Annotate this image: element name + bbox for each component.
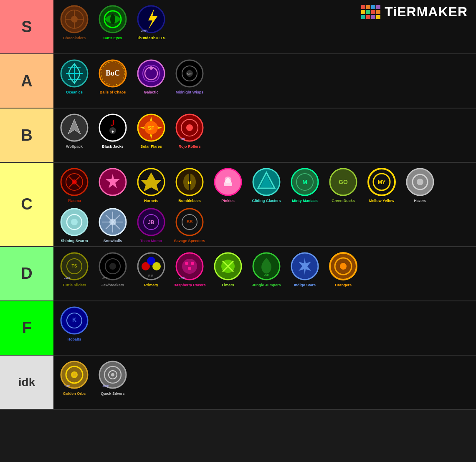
svg-text:GO: GO — [339, 179, 348, 185]
svg-point-7 — [110, 14, 115, 24]
team-logo-orangers — [327, 250, 360, 283]
team-logo-hazers — [404, 166, 436, 198]
tier-row-b: BWolfpackJ♠Black JacksSFSolar FlaresJMRR… — [0, 109, 476, 163]
svg-point-63 — [71, 219, 78, 225]
team-item-goldenorbs: GJMRGolden Orbs — [56, 358, 93, 396]
team-item-jawbreakers: JMRJawbreakers — [94, 250, 131, 288]
team-logo-shiningswarm — [58, 206, 91, 238]
team-item-raspberryracers: JMRRaspberry Racers — [171, 250, 208, 288]
tier-content-idk: GJMRGolden OrbsJMB!Quick Silvers — [53, 356, 476, 409]
svg-point-92 — [191, 262, 194, 265]
team-name-oceanics: Oceanics — [66, 91, 83, 95]
team-logo-wolfpack — [58, 111, 91, 144]
svg-text:BoC: BoC — [106, 69, 120, 77]
svg-text:R R: R R — [148, 274, 153, 277]
svg-text:TS: TS — [72, 264, 77, 268]
team-item-limers: Limers — [210, 250, 246, 288]
team-logo-rojorollers: JMR — [173, 111, 206, 144]
svg-point-91 — [185, 262, 188, 265]
team-logo-oceanics — [58, 57, 91, 90]
team-item-unknown1 — [94, 166, 131, 199]
tier-label-c: C — [0, 163, 53, 246]
svg-text:JB!: JB! — [264, 273, 269, 277]
svg-text:♠: ♠ — [111, 129, 114, 134]
team-name-wolfpack: Wolfpack — [66, 145, 83, 149]
tier-content-f: KHobalts — [53, 301, 476, 355]
team-logo-greenducks: GO — [327, 166, 360, 198]
team-name-indigostars: Indigo Stars — [294, 283, 316, 288]
team-logo-bumblebees: B — [173, 166, 206, 198]
tier-label-d: D — [0, 247, 53, 300]
team-logo-chocolatiers — [58, 3, 91, 35]
team-logo-thunderbolts: JMR — [135, 3, 167, 35]
tier-content-b: WolfpackJ♠Black JacksSFSolar FlaresJMRRo… — [53, 109, 476, 162]
svg-point-60 — [417, 179, 423, 185]
svg-text:SF: SF — [148, 125, 154, 131]
team-logo-pinkies — [212, 166, 244, 198]
tier-label-f: F — [0, 301, 53, 355]
team-name-orangers: Orangers — [335, 283, 352, 288]
team-name-plasma: Plasma — [68, 199, 81, 203]
svg-point-104 — [340, 263, 347, 270]
svg-text:JMB!: JMB! — [102, 385, 109, 388]
tier-container: SChocolatiersCat's EyesJMRThundeRbOLTSAO… — [0, 0, 476, 410]
svg-point-90 — [182, 259, 197, 274]
svg-text:J: J — [111, 117, 115, 128]
team-item-blackjacks: J♠Black Jacks — [94, 111, 131, 149]
team-name-junglejumpers: Jungle Jumpers — [252, 283, 281, 288]
team-logo-quicksilvers: JMB! — [96, 358, 129, 391]
team-item-indigostars: Indigo Stars — [286, 250, 323, 288]
team-name-snowballs: Snowballs — [104, 239, 122, 243]
team-name-rojorollers: Rojo Rollers — [178, 145, 200, 149]
svg-point-93 — [188, 267, 191, 270]
tier-label-a: A — [0, 54, 53, 108]
team-logo-snowballs — [96, 206, 129, 238]
team-logo-galactic — [135, 57, 167, 90]
tier-content-d: TSJMRTurtle SlidersJMRJawbreakersR RPrim… — [53, 247, 476, 300]
svg-point-32 — [186, 124, 193, 131]
team-logo-mellowyellow: MY — [365, 166, 398, 198]
svg-point-116 — [111, 373, 114, 376]
team-logo-mintymaniacs: M — [289, 166, 321, 198]
team-logo-midnightwisps: MG — [173, 57, 206, 90]
team-logo-raspberryracers: JMR — [173, 250, 206, 283]
svg-text:JMR: JMR — [179, 138, 185, 141]
team-name-blackjacks: Black Jacks — [102, 145, 124, 149]
team-logo-teammomo: JB — [135, 206, 167, 238]
team-logo-solarflares: SF — [135, 111, 167, 144]
team-logo-ballsofchaos: BoC — [96, 57, 129, 90]
svg-text:MG: MG — [187, 72, 192, 76]
team-name-glidingglaciers: Gliding Glaciers — [252, 199, 281, 203]
svg-text:JMR: JMR — [102, 276, 108, 279]
team-item-midnightwisps: MGMidnight Wisps — [171, 57, 208, 95]
svg-point-87 — [152, 262, 161, 270]
team-item-mellowyellow: MYMellow Yellow — [363, 166, 400, 203]
team-name-teammomo: Team Momo — [140, 239, 162, 243]
team-item-galactic: Galactic — [133, 57, 170, 95]
team-logo-primary: R R — [135, 250, 167, 283]
svg-point-15 — [138, 60, 165, 87]
team-item-solarflares: SFSolar Flares — [133, 111, 170, 149]
tier-row-idk: idkGJMRGolden OrbsJMB!Quick Silvers — [0, 356, 476, 410]
team-logo-savagespeeders: SS — [173, 206, 206, 238]
team-item-rojorollers: JMRRojo Rollers — [171, 111, 208, 149]
team-logo-catseyes — [96, 3, 129, 35]
team-name-shiningswarm: Shining Swarm — [61, 239, 88, 243]
svg-text:G: G — [73, 372, 76, 377]
tier-label-s: S — [0, 0, 53, 53]
tiermaker-logo-grid — [361, 5, 380, 19]
svg-text:M: M — [302, 179, 307, 185]
team-name-mintymaniacs: Minty Maniacs — [292, 199, 318, 203]
team-item-bumblebees: BBumblebees — [171, 166, 208, 203]
team-logo-goldenorbs: GJMR — [58, 358, 91, 391]
team-item-snowballs: Snowballs — [94, 206, 131, 243]
team-name-greenducks: Green Ducks — [332, 199, 355, 203]
team-name-bumblebees: Bumblebees — [178, 199, 201, 203]
svg-text:MY: MY — [378, 179, 385, 185]
svg-text:JB: JB — [148, 220, 154, 225]
team-name-catseyes: Cat's Eyes — [103, 36, 122, 40]
team-name-jawbreakers: Jawbreakers — [101, 283, 124, 288]
team-item-primary: R RPrimary — [133, 250, 170, 288]
svg-point-69 — [109, 219, 116, 225]
svg-text:JMR: JMR — [179, 276, 185, 279]
